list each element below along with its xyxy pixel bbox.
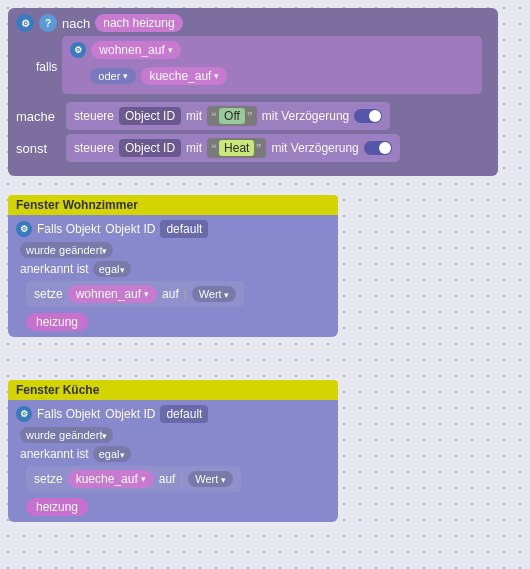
help-icon[interactable]: ? <box>39 14 57 32</box>
window2-heizung-pill[interactable]: heizung <box>26 498 88 516</box>
nach-label: nach <box>62 16 90 31</box>
falls-keyword: falls <box>36 60 57 74</box>
steuere-heat-block: steuere Object ID mit ❝ Heat ❞ mit Verzö… <box>66 134 400 162</box>
quote-close-heat: ❞ <box>256 142 262 155</box>
window1-wohnen-pill[interactable]: wohnen_auf <box>68 285 157 303</box>
window1-separator: | <box>184 288 187 300</box>
window1-anerkannt-label: anerkannt ist <box>20 262 89 276</box>
mache-label: mache <box>16 109 61 124</box>
window2-egal-pill[interactable]: egal <box>93 446 131 462</box>
window2-icon[interactable]: ⚙ <box>16 406 32 422</box>
oder-pill[interactable]: oder <box>90 68 136 84</box>
window-wohnzimmer-block: Fenster Wohnzimmer ⚙ Falls Objekt Objekt… <box>8 195 338 337</box>
heat-value: Heat <box>219 140 254 156</box>
delay-toggle-off[interactable] <box>354 109 382 123</box>
kueche-auf-pill[interactable]: kueche_auf <box>141 67 227 85</box>
window1-egal-pill[interactable]: egal <box>93 261 131 277</box>
heizung-pill[interactable]: nach heizung <box>95 14 182 32</box>
quote-close-off: ❞ <box>247 110 253 123</box>
quote-open-off: ❝ <box>211 110 217 123</box>
window2-wurde-pill[interactable]: wurde geändert <box>20 427 113 443</box>
window1-setze-label: setze <box>34 287 63 301</box>
window2-setze-label: setze <box>34 472 63 486</box>
settings-icon[interactable]: ⚙ <box>16 14 34 32</box>
off-string-block: ❝ Off ❞ <box>207 106 257 126</box>
window1-wurde-pill[interactable]: wurde geändert <box>20 242 113 258</box>
mit-verzogerung-heat-label: mit Verzögerung <box>271 141 358 155</box>
window2-wert-pill[interactable]: Wert <box>188 471 233 487</box>
mit-heat-label: mit <box>186 141 202 155</box>
window2-falls-label: Falls Objekt <box>37 407 100 421</box>
wohnen-auf-pill[interactable]: wohnen_auf <box>91 41 180 59</box>
object-id-heat[interactable]: Object ID <box>119 139 181 157</box>
window1-icon[interactable]: ⚙ <box>16 221 32 237</box>
window2-title: Fenster Küche <box>8 380 338 400</box>
delay-toggle-heat[interactable] <box>364 141 392 155</box>
window1-auf-label: auf <box>162 287 179 301</box>
steuere-heat-label: steuere <box>74 141 114 155</box>
mit-off-label: mit <box>186 109 202 123</box>
sonst-label: sonst <box>16 141 61 156</box>
window1-wert-pill[interactable]: Wert <box>192 286 237 302</box>
main-automation-block: ⚙ ? nach nach heizung falls ⚙ wohnen_auf… <box>8 8 498 176</box>
falls-inner-block: ⚙ wohnen_auf oder kueche_auf <box>62 36 482 94</box>
steuere-off-label: steuere <box>74 109 114 123</box>
window1-heizung-pill[interactable]: heizung <box>26 313 88 331</box>
window1-falls-label: Falls Objekt <box>37 222 100 236</box>
window2-anerkannt-label: anerkannt ist <box>20 447 89 461</box>
window1-setze-block: setze wohnen_auf auf | Wert <box>26 281 244 307</box>
falls-icon[interactable]: ⚙ <box>70 42 86 58</box>
window1-objekt-id-label: Objekt ID <box>105 222 155 236</box>
window2-auf-label: auf <box>159 472 176 486</box>
window-kueche-block: Fenster Küche ⚙ Falls Objekt Objekt ID d… <box>8 380 338 522</box>
window2-setze-block: setze kueche_auf auf | Wert <box>26 466 241 492</box>
window2-separator: | <box>180 473 183 485</box>
object-id-off[interactable]: Object ID <box>119 107 181 125</box>
quote-open-heat: ❝ <box>211 142 217 155</box>
window2-objekt-id-label: Objekt ID <box>105 407 155 421</box>
window1-default[interactable]: default <box>160 220 208 238</box>
window1-title: Fenster Wohnzimmer <box>8 195 338 215</box>
heat-string-block: ❝ Heat ❞ <box>207 138 266 158</box>
window2-default[interactable]: default <box>160 405 208 423</box>
off-value: Off <box>219 108 245 124</box>
steuere-off-block: steuere Object ID mit ❝ Off ❞ mit Verzög… <box>66 102 390 130</box>
mit-verzogerung-off-label: mit Verzögerung <box>262 109 349 123</box>
window2-kueche-pill[interactable]: kueche_auf <box>68 470 154 488</box>
